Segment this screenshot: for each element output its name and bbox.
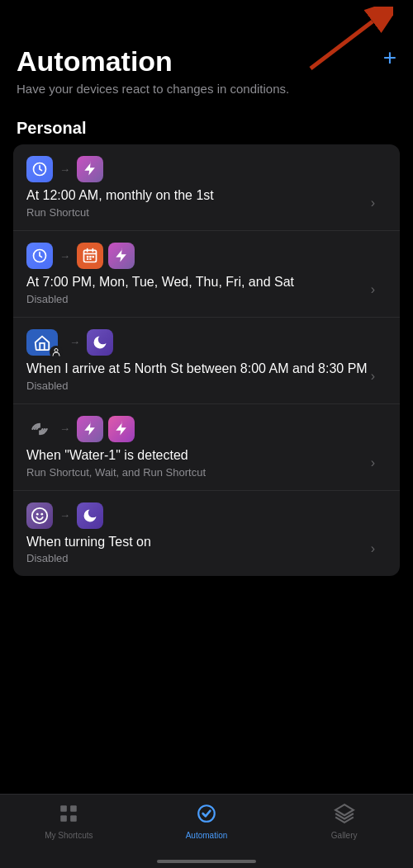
item-title: At 7:00 PM, Mon, Tue, Wed, Thu, Fri, and… [26,274,370,291]
moon-action-icon [87,329,113,356]
svg-point-15 [36,512,39,515]
shortcuts-action-icon [77,156,103,182]
nav-my-shortcuts[interactable]: My Shortcuts [40,803,97,840]
shortcuts-action-icon-a [77,416,103,442]
section-title: Personal [0,106,413,144]
item-icons-row: → [26,156,387,182]
arrow-icon: → [59,163,70,176]
arrow-icon: → [69,336,80,348]
automation-item-2[interactable]: → [13,231,400,318]
page-subtitle: Have your devices react to changes in co… [17,80,396,97]
chevron-icon: › [371,196,375,210]
item-subtitle: Run Shortcut, Wait, and Run Shortcut [26,466,370,479]
item-subtitle: Disabled [26,380,370,392]
shortcuts-action-icon-b [108,416,135,442]
item-content: At 7:00 PM, Mon, Tue, Wed, Thu, Fri, and… [26,274,387,305]
svg-rect-19 [61,815,68,822]
arrow-icon: → [59,422,70,435]
svg-point-13 [55,348,58,351]
item-subtitle: Disabled [26,552,370,564]
item-icons-row: → [26,502,387,529]
svg-rect-10 [87,259,89,261]
page-title: Automation [17,46,396,77]
automation-item-5[interactable]: → When turning Test on Disabled › [13,491,400,577]
home-trigger-icon [26,329,58,356]
item-subtitle: Run Shortcut [26,206,370,219]
layers-icon [334,803,355,828]
item-title: When I arrive at 5 North St between 8:00… [26,361,370,378]
calendar-action-icon [77,243,103,269]
item-title: When "Water-1" is detected [26,447,370,465]
chevron-icon: › [371,541,375,556]
clock-trigger-icon [26,243,53,269]
svg-point-16 [40,512,43,515]
item-icons-row: → [26,243,387,269]
svg-point-14 [32,507,47,522]
chevron-icon: › [371,455,375,470]
moon-action-icon-2 [77,502,103,529]
nav-gallery[interactable]: Gallery [316,803,373,840]
item-content: When turning Test on Disabled › [26,534,387,565]
automation-nav-icon [196,803,217,828]
automation-item-1[interactable]: → At 12:00 AM, monthly on the 1st Run Sh… [13,144,400,231]
svg-rect-20 [70,815,77,822]
nfc-trigger-icon [26,416,53,442]
svg-marker-22 [335,804,354,815]
arrow-icon: → [59,509,70,521]
page-header: Automation Have your devices react to ch… [0,0,413,106]
item-icons-row: → [26,416,387,442]
nav-label-automation: Automation [186,831,228,840]
item-content: When I arrive at 5 North St between 8:00… [26,361,387,392]
nav-label-my-shortcuts: My Shortcuts [45,831,93,840]
nav-label-gallery: Gallery [331,831,358,840]
item-content: When "Water-1" is detected Run Shortcut,… [26,447,387,479]
svg-rect-9 [89,256,92,258]
svg-rect-12 [93,256,95,258]
automation-list: → At 12:00 AM, monthly on the 1st Run Sh… [13,144,400,576]
item-title: At 12:00 AM, monthly on the 1st [26,187,370,205]
item-title: When turning Test on [26,534,370,551]
automation-item-3[interactable]: → When I arrive at 5 North St between 8:… [13,318,400,404]
item-icons-row: → [26,329,387,356]
shortcuts-action-icon-2 [108,243,135,269]
clock-trigger-icon [26,156,53,182]
chevron-icon: › [371,369,375,384]
svg-rect-17 [61,805,68,812]
bottom-nav: My Shortcuts Automation Gallery [0,794,413,868]
chevron-icon: › [371,282,375,297]
automation-item-4[interactable]: → When "Water-1" is detected Run Shortcu… [13,404,400,491]
grid-icon [58,803,79,828]
svg-rect-11 [89,259,92,261]
smiley-trigger-icon [26,502,53,529]
nav-automation[interactable]: Automation [178,803,235,840]
arrow-icon: → [59,250,70,262]
add-button[interactable]: + [383,45,396,71]
svg-rect-18 [70,805,77,812]
svg-rect-8 [87,256,89,258]
item-content: At 12:00 AM, monthly on the 1st Run Shor… [26,187,387,219]
home-indicator [157,860,256,863]
item-subtitle: Disabled [26,293,370,305]
